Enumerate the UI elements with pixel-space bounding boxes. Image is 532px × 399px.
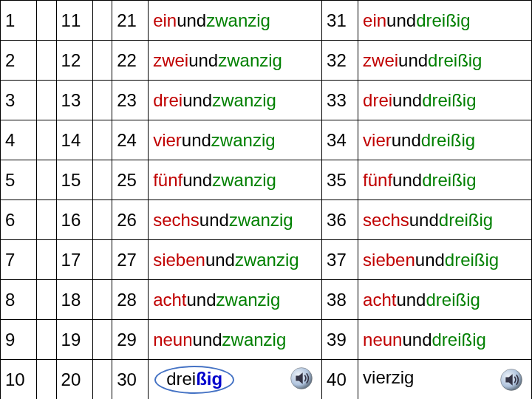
col-2-blank (92, 360, 112, 400)
col-1-blank (37, 81, 57, 120)
col-1-number: 2 (1, 41, 37, 81)
number: 6 (5, 210, 15, 230)
mid: und (183, 170, 212, 190)
col-1-blank (37, 1, 57, 41)
col-1-number: 7 (1, 240, 37, 280)
number: 4 (5, 130, 15, 150)
mid: und (398, 50, 428, 70)
col-1-blank (37, 320, 57, 360)
number: 31 (327, 10, 347, 30)
suffix: zwanzig (222, 330, 287, 349)
table-row: 31323dreiundzwanzig33dreiunddreißig (1, 81, 532, 120)
prefix: acht (153, 290, 186, 310)
speaker-icon[interactable] (289, 366, 314, 391)
col-4-number: 31 (322, 1, 358, 41)
number: 7 (5, 250, 15, 270)
col-3-word: neunundzwanzig (149, 320, 322, 360)
mid: und (402, 330, 432, 349)
col-1-blank (37, 360, 57, 400)
col-4-number: 35 (322, 160, 358, 200)
col-3-number: 28 (112, 280, 149, 320)
col-4-word: vierzig (358, 360, 532, 400)
col-2-blank (92, 41, 112, 81)
col-4-word: neununddreißig (358, 320, 532, 360)
number: 5 (5, 170, 15, 190)
mid: und (193, 330, 222, 349)
table-row: 21222zweiundzwanzig32zweiunddreißig (1, 41, 532, 81)
suffix: zwanzig (218, 50, 282, 70)
col-2-number: 18 (56, 280, 92, 320)
mid: und (409, 210, 439, 230)
number: 17 (61, 250, 81, 270)
number: 18 (61, 290, 81, 310)
col-4-word: zweiunddreißig (358, 41, 532, 81)
suffix: dreißig (439, 210, 493, 230)
col-1-blank (37, 120, 57, 160)
number: 14 (61, 130, 81, 150)
col-4-number: 40 (322, 360, 358, 400)
col-1-number: 1 (1, 1, 37, 41)
col-1-blank (37, 160, 57, 200)
suffix: dreißig (426, 290, 480, 310)
prefix: drei (153, 90, 183, 110)
col-2-blank (92, 200, 112, 240)
col-4-word: fünfunddreißig (358, 160, 532, 200)
col-3-number: 23 (112, 81, 149, 120)
word: vierzig (363, 367, 414, 387)
suffix: dreißig (445, 250, 499, 270)
suffix: zwanzig (212, 90, 276, 110)
suffix: zwanzig (212, 170, 276, 190)
col-1-number: 5 (1, 160, 37, 200)
number: 22 (117, 50, 137, 70)
col-3-word: dreiundzwanzig (149, 81, 322, 120)
number: 28 (117, 290, 137, 310)
prefix: drei (363, 90, 392, 110)
col-1-number: 10 (1, 360, 37, 400)
prefix: zwei (153, 50, 188, 70)
col-4-word: siebenunddreißig (358, 240, 532, 280)
prefix: acht (363, 290, 396, 310)
number: 21 (117, 10, 137, 30)
number: 34 (327, 130, 347, 150)
number: 24 (117, 130, 137, 150)
suffix: dreißig (416, 10, 470, 30)
prefix: fünf (153, 170, 183, 190)
number: 38 (327, 290, 347, 310)
prefix: fünf (363, 170, 392, 190)
col-4-number: 38 (322, 280, 358, 320)
number: 15 (61, 170, 81, 190)
mid: und (392, 90, 422, 110)
col-2-number: 13 (56, 81, 92, 120)
col-1-blank (37, 280, 57, 320)
col-1-number: 8 (1, 280, 37, 320)
table-row: 41424vierundzwanzig34vierunddreißig (1, 120, 532, 160)
suffix: dreißig (422, 170, 476, 190)
number: 39 (327, 330, 347, 349)
col-4-number: 37 (322, 240, 358, 280)
suffix: zwanzig (235, 250, 299, 270)
col-4-word: vierunddreißig (358, 120, 532, 160)
col-4-number: 39 (322, 320, 358, 360)
table-row: 81828achtundzwanzig38achtunddreißig (1, 280, 532, 320)
prefix: ein (363, 10, 386, 30)
prefix: sieben (363, 250, 415, 270)
mid: und (177, 10, 206, 30)
prefix: sechs (363, 210, 409, 230)
col-3-number: 25 (112, 160, 149, 200)
col-2-number: 12 (56, 41, 92, 81)
number: 13 (61, 90, 81, 110)
col-3-number: 26 (112, 200, 149, 240)
speaker-icon[interactable] (499, 367, 524, 392)
number: 25 (117, 170, 137, 190)
number: 2 (5, 50, 15, 70)
number: 30 (117, 369, 137, 389)
col-4-number: 33 (322, 81, 358, 120)
mid: und (187, 290, 216, 310)
number: 8 (5, 290, 15, 310)
col-4-number: 36 (322, 200, 358, 240)
col-2-blank (92, 1, 112, 41)
prefix: neun (153, 330, 192, 349)
prefix: ein (153, 10, 177, 30)
col-4-word: achtunddreißig (358, 280, 532, 320)
numbers-table: 11121einundzwanzig31einunddreißig21222zw… (0, 0, 532, 399)
